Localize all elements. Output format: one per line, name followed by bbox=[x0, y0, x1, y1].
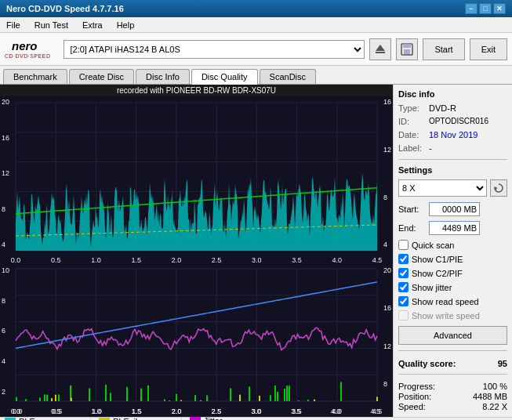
svg-marker-1 bbox=[376, 45, 385, 51]
tab-bar: Benchmark Create Disc Disc Info Disc Qua… bbox=[0, 66, 512, 85]
progress-section: Progress: 100 % Position: 4488 MB Speed:… bbox=[398, 382, 507, 412]
pi-errors-color-box bbox=[5, 418, 16, 421]
chart-title: recorded with PIONEER BD-RW BDR-XS07U bbox=[0, 85, 393, 96]
start-mb-label: Start: bbox=[398, 205, 426, 214]
eject-button[interactable] bbox=[369, 38, 391, 60]
pi-errors-legend-label: PI Errors bbox=[19, 417, 53, 421]
show-read-speed-checkbox[interactable] bbox=[398, 296, 409, 306]
progress-row: Progress: 100 % bbox=[398, 382, 507, 391]
show-read-speed-row: Show read speed bbox=[398, 296, 507, 306]
svg-rect-4 bbox=[403, 44, 411, 48]
lower-chart: 108642 2016128 0.00.51.01.52.02.53.03.54… bbox=[0, 265, 393, 417]
disc-date-label: Date: bbox=[398, 130, 426, 139]
pi-errors-legend: PI Errors bbox=[5, 417, 82, 421]
show-c2-pif-label: Show C2/PIF bbox=[412, 269, 463, 278]
disc-label-value: - bbox=[429, 143, 432, 153]
quality-score-label: Quality score: bbox=[398, 359, 456, 368]
divider-1 bbox=[398, 159, 507, 160]
disc-date-value: 18 Nov 2019 bbox=[429, 130, 478, 139]
divider-2 bbox=[398, 350, 507, 351]
chart-area: recorded with PIONEER BD-RW BDR-XS07U 20… bbox=[0, 85, 393, 417]
stats-footer: PI Errors Average: 1.72 Maximum: 13 Tota… bbox=[0, 417, 512, 420]
quick-scan-checkbox[interactable] bbox=[398, 240, 409, 250]
end-mb-input[interactable] bbox=[429, 221, 480, 235]
quality-score-row: Quality score: 95 bbox=[398, 359, 507, 368]
svg-text:nero: nero bbox=[12, 39, 38, 52]
show-c1-pie-label: Show C1/PIE bbox=[412, 255, 463, 264]
quick-scan-label: Quick scan bbox=[412, 241, 454, 250]
right-panel: Disc info Type: DVD-R ID: OPTODISCR016 D… bbox=[393, 85, 512, 417]
start-mb-input[interactable] bbox=[429, 202, 480, 216]
progress-label: Progress: bbox=[398, 382, 435, 391]
menu-help[interactable]: Help bbox=[114, 19, 138, 31]
tab-benchmark[interactable]: Benchmark bbox=[3, 69, 67, 84]
eject-icon bbox=[374, 43, 387, 56]
pi-failures-color-box bbox=[99, 418, 110, 421]
menu-bar: File Run Test Extra Help bbox=[0, 17, 512, 33]
tab-create-disc[interactable]: Create Disc bbox=[69, 69, 134, 84]
minimize-button[interactable]: − bbox=[465, 3, 478, 14]
position-row: Position: 4488 MB bbox=[398, 392, 507, 401]
advanced-button[interactable]: Advanced bbox=[398, 326, 507, 345]
svg-rect-5 bbox=[404, 49, 410, 54]
disc-label-label: Label: bbox=[398, 143, 426, 153]
disc-type-row: Type: DVD-R bbox=[398, 103, 507, 113]
main-content: recorded with PIONEER BD-RW BDR-XS07U 20… bbox=[0, 85, 512, 417]
window-controls: − □ ✕ bbox=[465, 3, 506, 14]
disc-type-label: Type: bbox=[398, 103, 426, 113]
tab-scan-disc[interactable]: ScanDisc bbox=[260, 69, 316, 84]
refresh-icon bbox=[494, 183, 503, 193]
start-button[interactable]: Start bbox=[423, 38, 464, 60]
show-jitter-label: Show jitter bbox=[412, 283, 452, 292]
refresh-button[interactable] bbox=[490, 179, 507, 197]
menu-run-test[interactable]: Run Test bbox=[31, 19, 71, 31]
maximize-button[interactable]: □ bbox=[479, 3, 492, 14]
show-c1-pie-checkbox[interactable] bbox=[398, 254, 409, 264]
menu-file[interactable]: File bbox=[3, 19, 24, 31]
pi-failures-group: PI Failures Average: 0.01 Maximum: 2 Tot… bbox=[91, 417, 182, 421]
tab-disc-quality[interactable]: Disc Quality bbox=[191, 69, 258, 85]
upper-chart: 20161284 161284 bbox=[0, 96, 393, 265]
end-mb-row: End: bbox=[398, 221, 507, 235]
tab-disc-info[interactable]: Disc Info bbox=[136, 69, 190, 84]
speed-row-progress: Speed: 8.22 X bbox=[398, 402, 507, 411]
logo-subtitle: CD·DVD·SPEED bbox=[5, 53, 51, 59]
show-read-speed-label: Show read speed bbox=[412, 297, 479, 306]
show-c2-pif-row: Show C2/PIF bbox=[398, 268, 507, 278]
exit-button[interactable]: Exit bbox=[470, 38, 507, 60]
show-jitter-checkbox[interactable] bbox=[398, 282, 409, 292]
logo: nero CD·DVD·SPEED bbox=[5, 39, 51, 59]
show-jitter-row: Show jitter bbox=[398, 282, 507, 292]
disc-id-row: ID: OPTODISCR016 bbox=[398, 117, 507, 126]
app-title: Nero CD-DVD Speed 4.7.7.16 bbox=[6, 4, 124, 13]
show-write-speed-label: Show write speed bbox=[412, 311, 480, 320]
jitter-color-box bbox=[190, 417, 201, 421]
show-c2-pif-checkbox[interactable] bbox=[398, 268, 409, 278]
position-label: Position: bbox=[398, 392, 431, 401]
progress-value: 100 % bbox=[483, 382, 507, 391]
position-value: 4488 MB bbox=[473, 392, 507, 401]
divider-3 bbox=[398, 374, 507, 375]
toolbar: nero CD·DVD·SPEED [2:0] ATAPI iHAS124 B … bbox=[0, 33, 512, 66]
speed-label: Speed: bbox=[398, 402, 426, 411]
speed-row: 8 X4 X6 X12 X16 X bbox=[398, 179, 507, 197]
show-write-speed-checkbox bbox=[398, 310, 409, 320]
disc-info-title: Disc info bbox=[398, 89, 507, 99]
settings-title: Settings bbox=[398, 165, 507, 175]
quick-scan-row: Quick scan bbox=[398, 240, 507, 250]
start-mb-row: Start: bbox=[398, 202, 507, 216]
pi-errors-group: PI Errors Average: 1.72 Maximum: 13 Tota… bbox=[5, 417, 91, 421]
end-mb-label: End: bbox=[398, 223, 426, 233]
pi-failures-legend-label: PI Failures bbox=[113, 417, 154, 421]
close-button[interactable]: ✕ bbox=[493, 3, 506, 14]
svg-rect-2 bbox=[376, 52, 385, 53]
save-button[interactable] bbox=[396, 38, 418, 60]
save-icon bbox=[401, 43, 413, 56]
show-write-speed-row: Show write speed bbox=[398, 310, 507, 320]
pi-failures-legend: PI Failures bbox=[99, 417, 173, 421]
disc-id-label: ID: bbox=[398, 117, 426, 126]
quality-score-value: 95 bbox=[498, 359, 507, 368]
menu-extra[interactable]: Extra bbox=[79, 19, 106, 31]
drive-selector[interactable]: [2:0] ATAPI iHAS124 B AL0S bbox=[64, 40, 365, 59]
speed-selector[interactable]: 8 X4 X6 X12 X16 X bbox=[398, 179, 487, 197]
